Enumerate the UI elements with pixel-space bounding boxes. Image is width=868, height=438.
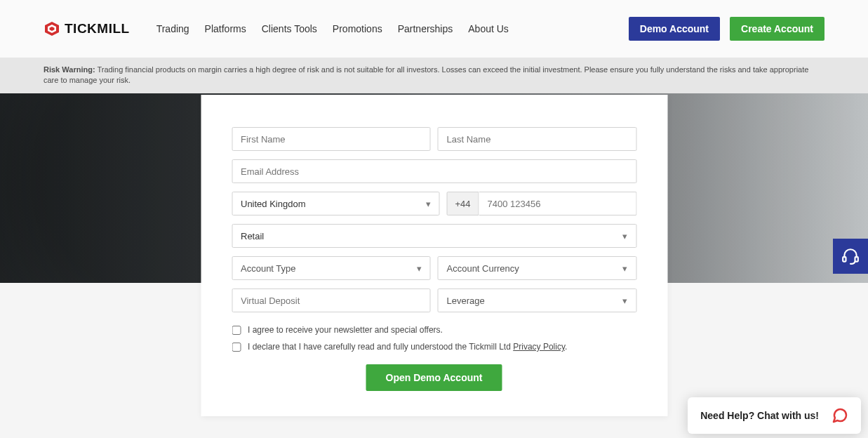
risk-warning: Risk Warning: Trading financial products… <box>0 58 868 93</box>
account-type-placeholder: Account Type <box>241 263 296 274</box>
submit-button[interactable]: Open Demo Account <box>366 364 502 391</box>
privacy-checkbox[interactable] <box>232 343 241 352</box>
client-type-value: Retail <box>241 231 264 241</box>
leverage-placeholder: Leverage <box>447 296 485 306</box>
dial-code[interactable]: +44 <box>447 192 479 215</box>
support-tab[interactable] <box>833 239 868 274</box>
header-actions: Demo Account Create Account <box>629 17 824 41</box>
nav-clients-tools[interactable]: Clients Tools <box>262 23 317 34</box>
chevron-down-icon: ▾ <box>622 296 627 306</box>
chevron-down-icon: ▾ <box>426 199 431 209</box>
svg-rect-3 <box>843 257 846 262</box>
account-currency-placeholder: Account Currency <box>447 263 519 274</box>
nav-platforms[interactable]: Platforms <box>205 23 246 34</box>
logo-icon <box>44 20 60 37</box>
top-bar: TICKMILL Trading Platforms Clients Tools… <box>0 0 868 58</box>
nav-promotions[interactable]: Promotions <box>333 23 382 34</box>
create-account-button[interactable]: Create Account <box>730 17 824 41</box>
account-type-select[interactable]: Account Type ▾ <box>232 256 431 280</box>
privacy-policy-link[interactable]: Privacy Policy <box>513 342 565 352</box>
country-value: United Kingdom <box>241 199 306 209</box>
nav-partnerships[interactable]: Partnerships <box>398 23 453 34</box>
account-currency-select[interactable]: Account Currency ▾ <box>438 256 637 280</box>
first-name-input[interactable] <box>232 127 431 151</box>
main-nav: Trading Platforms Clients Tools Promotio… <box>156 23 609 34</box>
phone-input[interactable] <box>479 192 637 215</box>
chevron-down-icon: ▾ <box>622 231 627 241</box>
demo-account-form: United Kingdom ▾ +44 Retail ▾ Account Ty… <box>201 95 667 416</box>
logo[interactable]: TICKMILL <box>44 20 130 37</box>
newsletter-label: I agree to receive your newsletter and s… <box>248 325 443 335</box>
risk-label: Risk Warning: <box>44 65 95 74</box>
last-name-input[interactable] <box>438 127 637 151</box>
demo-account-button[interactable]: Demo Account <box>629 17 720 41</box>
virtual-deposit-input[interactable] <box>232 288 431 312</box>
newsletter-checkbox[interactable] <box>232 326 241 335</box>
leverage-select[interactable]: Leverage ▾ <box>438 288 637 312</box>
svg-rect-4 <box>855 257 858 262</box>
privacy-checkbox-row[interactable]: I declare that I have carefully read and… <box>232 342 636 352</box>
email-input[interactable] <box>232 159 636 183</box>
country-select[interactable]: United Kingdom ▾ <box>232 192 440 215</box>
chevron-down-icon: ▾ <box>417 263 422 274</box>
nav-trading[interactable]: Trading <box>156 23 189 34</box>
newsletter-checkbox-row[interactable]: I agree to receive your newsletter and s… <box>232 325 636 335</box>
privacy-label: I declare that I have carefully read and… <box>248 342 567 352</box>
client-type-select[interactable]: Retail ▾ <box>232 224 636 248</box>
chat-label: Need Help? Chat with us! <box>700 410 819 421</box>
chat-icon <box>832 407 848 424</box>
chevron-down-icon: ▾ <box>622 263 627 274</box>
chat-widget[interactable]: Need Help? Chat with us! <box>688 397 861 434</box>
nav-about[interactable]: About Us <box>468 23 509 34</box>
risk-text: Trading financial products on margin car… <box>44 65 808 84</box>
logo-text: TICKMILL <box>65 21 130 36</box>
headset-icon <box>841 247 860 265</box>
